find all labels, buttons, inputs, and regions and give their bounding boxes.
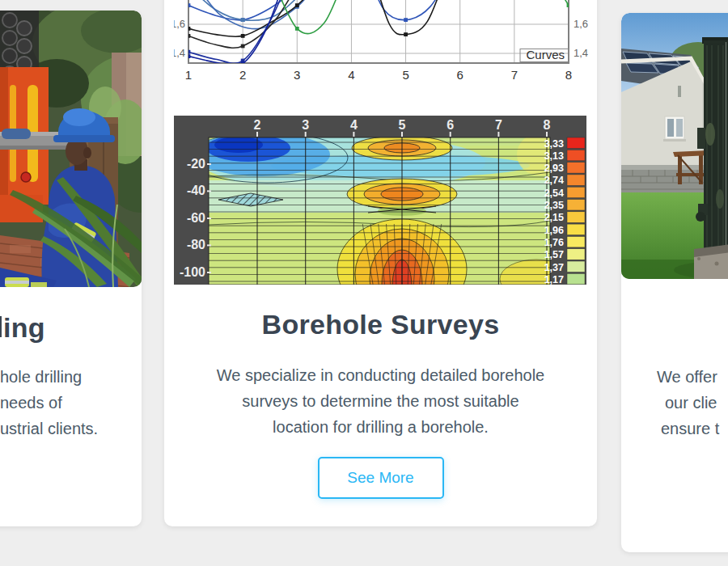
svg-text:1,6: 1,6 — [574, 18, 588, 30]
see-more-button[interactable]: See More — [318, 457, 444, 499]
services-carousel-section: ing hole drilling needs of ustrial clien… — [0, 0, 728, 566]
right-card-body-fragment: We offer — [657, 364, 717, 390]
svg-text:3: 3 — [294, 68, 300, 82]
svg-text:Curves: Curves — [526, 48, 565, 61]
svg-text:1,4: 1,4 — [574, 47, 588, 59]
svg-text:7: 7 — [495, 118, 502, 132]
clipped-letter-sliver — [0, 316, 2, 337]
service-card-borehole-surveys: 123456781,81,81,61,61,41,4Curves — [164, 0, 597, 526]
resistivity-contour-chart: 2345678-20-40-60-80-1003,333,132,932,742… — [174, 116, 594, 285]
svg-text:-100: -100 — [180, 265, 205, 279]
center-card-title: Borehole Surveys — [164, 309, 597, 340]
service-card-drilling: ing hole drilling needs of ustrial clien… — [0, 11, 142, 526]
house-borehole-pump-photo-art — [621, 13, 728, 279]
svg-text:5: 5 — [402, 68, 408, 82]
body-line: surveys to determine the most suitable — [164, 388, 597, 414]
svg-text:1,4: 1,4 — [174, 47, 185, 59]
svg-text:1,8: 1,8 — [174, 0, 185, 1]
drilling-rig-worker-photo-art — [0, 11, 142, 287]
body-line: We specialize in conducting detailed bor… — [164, 362, 597, 388]
left-card-body-fragment: needs of — [0, 390, 62, 416]
drilling-rig-worker-photo — [0, 11, 142, 287]
svg-text:1,96: 1,96 — [544, 225, 564, 236]
left-card-body-fragment: hole drilling — [0, 364, 82, 390]
svg-text:-60: -60 — [187, 211, 205, 225]
body-line: location for drilling a borehole. — [164, 414, 597, 440]
svg-text:3,13: 3,13 — [544, 150, 564, 162]
svg-text:2,54: 2,54 — [544, 188, 564, 199]
svg-text:3: 3 — [302, 118, 309, 132]
svg-text:4: 4 — [350, 118, 358, 132]
svg-text:2: 2 — [239, 68, 246, 82]
svg-text:1: 1 — [185, 68, 192, 82]
svg-text:2,15: 2,15 — [544, 212, 564, 223]
house-borehole-pump-photo — [621, 13, 728, 279]
svg-text:1,57: 1,57 — [544, 249, 564, 260]
svg-text:-40: -40 — [187, 184, 205, 197]
svg-text:7: 7 — [511, 68, 518, 82]
svg-text:1,76: 1,76 — [544, 237, 564, 248]
svg-text:1,37: 1,37 — [544, 262, 564, 273]
svg-text:2: 2 — [254, 118, 261, 132]
svg-text:-20: -20 — [187, 157, 205, 171]
svg-text:4: 4 — [348, 68, 354, 82]
svg-text:8: 8 — [544, 118, 551, 132]
svg-text:6: 6 — [457, 68, 463, 82]
service-card-right: We offer our clie ensure t — [621, 13, 728, 552]
svg-text:1,6: 1,6 — [174, 18, 185, 30]
right-card-body-fragment: ensure t — [661, 416, 719, 441]
center-card-body: We specialize in conducting detailed bor… — [164, 362, 597, 440]
left-card-body-fragment: ustrial clients. — [0, 416, 98, 441]
svg-text:2,74: 2,74 — [544, 175, 564, 186]
svg-text:3,33: 3,33 — [544, 138, 564, 150]
svg-text:6: 6 — [447, 118, 454, 132]
svg-text:8: 8 — [565, 68, 572, 82]
left-card-title-fragment: ing — [3, 312, 45, 344]
svg-text:2,35: 2,35 — [544, 200, 564, 211]
sounding-curves-chart: 123456781,81,81,61,61,41,4Curves — [174, 0, 594, 85]
svg-text:-80: -80 — [187, 238, 205, 251]
right-card-body-fragment: our clie — [665, 390, 717, 416]
svg-text:2,93: 2,93 — [544, 163, 564, 174]
svg-text:1,8: 1,8 — [574, 0, 588, 1]
svg-text:1,17: 1,17 — [544, 274, 564, 285]
svg-text:5: 5 — [399, 118, 406, 132]
